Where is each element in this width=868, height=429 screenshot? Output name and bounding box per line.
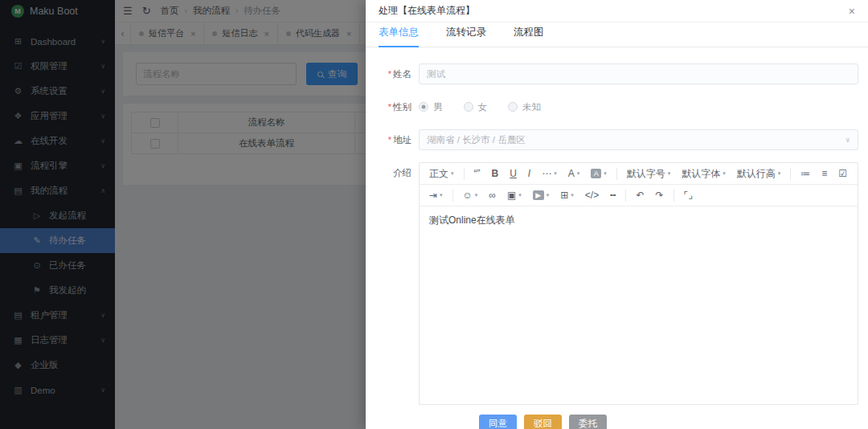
gender-radio-group: 男 女 未知 xyxy=(419,96,858,117)
indent-button[interactable]: ⇥▾ xyxy=(424,190,448,201)
chevron-down-icon: ∨ xyxy=(845,136,850,144)
heading-select[interactable]: 正文▾ xyxy=(424,167,460,181)
radio-female[interactable]: 女 xyxy=(464,101,488,113)
caret-icon: ▾ xyxy=(723,170,726,177)
drawer-title: 处理【在线表单流程】 xyxy=(379,4,475,18)
address-value: 湖南省 / 长沙市 / 岳麓区 xyxy=(427,134,526,146)
image-button[interactable]: ▣▾ xyxy=(502,190,527,201)
tab-flow-chart[interactable]: 流程图 xyxy=(514,26,544,47)
app-window: M Maku Boot ⊞ Dashboard ∨ ☑ 权限管理 ∨ ⚙ 系统设… xyxy=(0,0,868,429)
font-color-button[interactable]: A▾ xyxy=(563,168,586,179)
caret-icon: ▾ xyxy=(554,170,557,177)
reject-button[interactable]: 驳回 xyxy=(524,415,562,429)
bullet-list-button[interactable]: ≔ xyxy=(795,168,816,179)
radio-icon xyxy=(508,102,518,112)
intro-label: 介绍 xyxy=(366,162,419,183)
tab-form-info[interactable]: 表单信息 xyxy=(379,26,419,47)
toolbar-divider xyxy=(452,190,453,202)
caret-icon: ▾ xyxy=(778,170,781,177)
name-label: *姓名 xyxy=(366,63,419,84)
radio-icon xyxy=(419,102,428,112)
form-row-intro: 介绍 正文▾ “” B U I ⋯▾ A▾ A▾ xyxy=(366,162,858,429)
gender-label: *性别 xyxy=(366,96,419,117)
underline-button[interactable]: U xyxy=(504,168,522,179)
radio-unknown[interactable]: 未知 xyxy=(508,101,541,113)
italic-button[interactable]: I xyxy=(522,168,536,179)
table-button[interactable]: ⊞▾ xyxy=(555,190,579,201)
close-icon[interactable]: × xyxy=(849,6,855,17)
caret-icon: ▾ xyxy=(668,170,671,177)
emoji-button[interactable]: ☺▾ xyxy=(457,190,484,201)
drawer-form: *姓名 *性别 男 女 xyxy=(366,47,868,429)
name-field[interactable] xyxy=(419,63,858,84)
fullscreen-button[interactable]: ⌜⌟ xyxy=(678,190,698,201)
undo-button[interactable]: ↶ xyxy=(630,190,649,201)
caret-icon: ▾ xyxy=(547,192,550,198)
radio-icon xyxy=(464,102,473,112)
rich-text-editor: 正文▾ “” B U I ⋯▾ A▾ A▾ 默认字号▾ 默认字体▾ xyxy=(419,162,858,405)
horizontal-rule-button[interactable]: ╍ xyxy=(604,190,621,201)
toolbar-divider xyxy=(625,190,626,202)
toolbar-divider xyxy=(790,168,791,180)
link-button[interactable]: ∞ xyxy=(483,190,502,201)
required-asterisk: * xyxy=(388,69,391,79)
drawer-tabs: 表单信息 流转记录 流程图 xyxy=(366,22,868,47)
editor-content[interactable]: 测试Online在线表单 xyxy=(420,206,858,404)
bg-color-button[interactable]: A▾ xyxy=(585,169,612,178)
redo-button[interactable]: ↷ xyxy=(649,190,669,201)
editor-toolbar-row-1: 正文▾ “” B U I ⋯▾ A▾ A▾ 默认字号▾ 默认字体▾ xyxy=(420,163,858,185)
caret-icon: ▾ xyxy=(571,192,574,198)
toolbar-divider xyxy=(674,190,674,202)
toolbar-divider xyxy=(616,168,617,180)
required-asterisk: * xyxy=(388,102,391,112)
quote-button[interactable]: “” xyxy=(469,168,486,179)
caret-icon: ▾ xyxy=(518,192,522,198)
video-button[interactable]: ▶▾ xyxy=(527,190,555,200)
todo-list-button[interactable]: ☑ xyxy=(833,168,853,179)
line-height-select[interactable]: 默认行高▾ xyxy=(731,167,787,181)
delegate-button[interactable]: 委托 xyxy=(569,415,607,429)
required-asterisk: * xyxy=(388,135,391,145)
caret-icon: ▾ xyxy=(440,192,443,198)
toolbar-divider xyxy=(464,168,465,180)
caret-icon: ▾ xyxy=(475,192,478,198)
caret-icon: ▾ xyxy=(604,170,607,177)
form-row-gender: *性别 男 女 未知 xyxy=(366,96,858,117)
more-style-button[interactable]: ⋯▾ xyxy=(536,168,563,179)
code-button[interactable]: </> xyxy=(579,190,604,201)
process-drawer: 处理【在线表单流程】 × 表单信息 流转记录 流程图 *姓名 *性别 xyxy=(366,0,868,429)
form-row-address: *地址 湖南省 / 长沙市 / 岳麓区 ∨ xyxy=(366,129,858,150)
address-label: *地址 xyxy=(366,129,419,150)
radio-male[interactable]: 男 xyxy=(419,101,443,113)
form-row-name: *姓名 xyxy=(366,63,858,84)
drawer-header: 处理【在线表单流程】 × xyxy=(366,0,868,22)
bold-button[interactable]: B xyxy=(486,168,505,179)
font-family-select[interactable]: 默认字体▾ xyxy=(676,167,731,181)
caret-icon: ▾ xyxy=(451,170,454,177)
agree-button[interactable]: 同意 xyxy=(479,415,517,429)
tab-flow-records[interactable]: 流转记录 xyxy=(446,26,486,47)
editor-toolbar-row-2: ⇥▾ ☺▾ ∞ ▣▾ ▶▾ ⊞▾ </> ╍ ↶ ↷ xyxy=(420,185,858,206)
address-cascader[interactable]: 湖南省 / 长沙市 / 岳麓区 ∨ xyxy=(419,129,858,150)
font-size-select[interactable]: 默认字号▾ xyxy=(621,167,677,181)
align-button[interactable]: ≣▾ xyxy=(853,168,858,179)
action-buttons: 同意 驳回 委托 xyxy=(419,405,858,429)
ordered-list-button[interactable]: ≡ xyxy=(816,168,833,179)
caret-icon: ▾ xyxy=(577,170,580,177)
